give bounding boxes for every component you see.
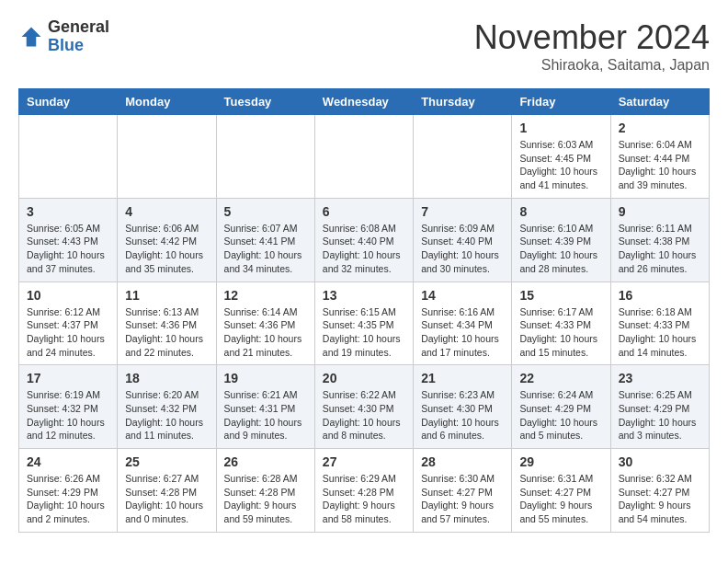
- day-number: 2: [619, 121, 701, 135]
- calendar: SundayMondayTuesdayWednesdayThursdayFrid…: [18, 88, 710, 533]
- day-info: Sunrise: 6:31 AM Sunset: 4:27 PM Dayligh…: [519, 472, 602, 526]
- calendar-cell: [19, 115, 118, 199]
- calendar-cell: 15Sunrise: 6:17 AM Sunset: 4:33 PM Dayli…: [512, 282, 610, 365]
- calendar-cell: 20Sunrise: 6:22 AM Sunset: 4:30 PM Dayli…: [314, 365, 413, 449]
- day-number: 23: [619, 371, 701, 385]
- day-number: 15: [519, 288, 602, 303]
- day-number: 22: [519, 371, 602, 385]
- col-header-sunday: Sunday: [19, 89, 118, 115]
- day-number: 17: [27, 371, 109, 385]
- calendar-cell: 19Sunrise: 6:21 AM Sunset: 4:31 PM Dayli…: [216, 365, 314, 449]
- day-number: 21: [421, 371, 504, 385]
- calendar-cell: 9Sunrise: 6:11 AM Sunset: 4:38 PM Daylig…: [610, 198, 709, 282]
- location: Shiraoka, Saitama, Japan: [474, 57, 710, 74]
- calendar-cell: 21Sunrise: 6:23 AM Sunset: 4:30 PM Dayli…: [414, 365, 512, 449]
- day-number: 14: [421, 288, 504, 303]
- calendar-cell: 12Sunrise: 6:14 AM Sunset: 4:36 PM Dayli…: [216, 282, 314, 365]
- calendar-cell: 17Sunrise: 6:19 AM Sunset: 4:32 PM Dayli…: [19, 365, 118, 449]
- day-number: 11: [125, 288, 208, 303]
- calendar-cell: 29Sunrise: 6:31 AM Sunset: 4:27 PM Dayli…: [512, 449, 610, 533]
- col-header-saturday: Saturday: [610, 89, 709, 115]
- calendar-cell: 2Sunrise: 6:04 AM Sunset: 4:44 PM Daylig…: [610, 115, 709, 199]
- logo-icon: [18, 24, 44, 50]
- day-info: Sunrise: 6:29 AM Sunset: 4:28 PM Dayligh…: [323, 472, 405, 526]
- calendar-cell: 3Sunrise: 6:05 AM Sunset: 4:43 PM Daylig…: [19, 198, 118, 282]
- day-number: 10: [27, 288, 109, 303]
- month-title: November 2024: [474, 18, 710, 57]
- day-info: Sunrise: 6:05 AM Sunset: 4:43 PM Dayligh…: [27, 222, 109, 276]
- day-number: 1: [519, 121, 602, 135]
- calendar-cell: 14Sunrise: 6:16 AM Sunset: 4:34 PM Dayli…: [414, 282, 512, 365]
- day-info: Sunrise: 6:18 AM Sunset: 4:33 PM Dayligh…: [619, 305, 701, 360]
- day-number: 18: [125, 371, 208, 385]
- calendar-cell: 13Sunrise: 6:15 AM Sunset: 4:35 PM Dayli…: [314, 282, 413, 365]
- day-info: Sunrise: 6:25 AM Sunset: 4:29 PM Dayligh…: [619, 388, 701, 442]
- col-header-wednesday: Wednesday: [314, 89, 413, 115]
- calendar-cell: 24Sunrise: 6:26 AM Sunset: 4:29 PM Dayli…: [19, 449, 118, 533]
- day-info: Sunrise: 6:13 AM Sunset: 4:36 PM Dayligh…: [125, 305, 208, 360]
- day-info: Sunrise: 6:06 AM Sunset: 4:42 PM Dayligh…: [125, 222, 208, 276]
- day-info: Sunrise: 6:11 AM Sunset: 4:38 PM Dayligh…: [619, 222, 701, 276]
- day-info: Sunrise: 6:16 AM Sunset: 4:34 PM Dayligh…: [421, 305, 504, 360]
- logo-text: General Blue: [48, 18, 109, 55]
- day-info: Sunrise: 6:08 AM Sunset: 4:40 PM Dayligh…: [323, 222, 405, 276]
- calendar-cell: 4Sunrise: 6:06 AM Sunset: 4:42 PM Daylig…: [118, 198, 216, 282]
- day-number: 19: [224, 371, 307, 385]
- day-info: Sunrise: 6:27 AM Sunset: 4:28 PM Dayligh…: [125, 472, 208, 526]
- calendar-cell: 1Sunrise: 6:03 AM Sunset: 4:45 PM Daylig…: [512, 115, 610, 199]
- day-number: 5: [224, 204, 307, 219]
- col-header-monday: Monday: [118, 89, 216, 115]
- day-number: 12: [224, 288, 307, 303]
- day-info: Sunrise: 6:26 AM Sunset: 4:29 PM Dayligh…: [27, 472, 109, 526]
- calendar-cell: 23Sunrise: 6:25 AM Sunset: 4:29 PM Dayli…: [610, 365, 709, 449]
- day-info: Sunrise: 6:21 AM Sunset: 4:31 PM Dayligh…: [224, 388, 307, 442]
- day-number: 28: [421, 454, 504, 469]
- day-number: 26: [224, 454, 307, 469]
- col-header-thursday: Thursday: [414, 89, 512, 115]
- calendar-cell: 7Sunrise: 6:09 AM Sunset: 4:40 PM Daylig…: [414, 198, 512, 282]
- day-info: Sunrise: 6:22 AM Sunset: 4:30 PM Dayligh…: [323, 388, 405, 442]
- calendar-cell: 18Sunrise: 6:20 AM Sunset: 4:32 PM Dayli…: [118, 365, 216, 449]
- calendar-cell: 26Sunrise: 6:28 AM Sunset: 4:28 PM Dayli…: [216, 449, 314, 533]
- day-number: 7: [421, 204, 504, 219]
- calendar-cell: 11Sunrise: 6:13 AM Sunset: 4:36 PM Dayli…: [118, 282, 216, 365]
- day-number: 8: [519, 204, 602, 219]
- day-info: Sunrise: 6:23 AM Sunset: 4:30 PM Dayligh…: [421, 388, 504, 442]
- day-info: Sunrise: 6:30 AM Sunset: 4:27 PM Dayligh…: [421, 472, 504, 526]
- calendar-cell: 6Sunrise: 6:08 AM Sunset: 4:40 PM Daylig…: [314, 198, 413, 282]
- day-number: 3: [27, 204, 109, 219]
- calendar-cell: [314, 115, 413, 199]
- day-info: Sunrise: 6:12 AM Sunset: 4:37 PM Dayligh…: [27, 305, 109, 360]
- calendar-cell: 27Sunrise: 6:29 AM Sunset: 4:28 PM Dayli…: [314, 449, 413, 533]
- svg-marker-0: [22, 27, 41, 46]
- calendar-cell: [414, 115, 512, 199]
- day-info: Sunrise: 6:07 AM Sunset: 4:41 PM Dayligh…: [224, 222, 307, 276]
- calendar-cell: 16Sunrise: 6:18 AM Sunset: 4:33 PM Dayli…: [610, 282, 709, 365]
- day-number: 4: [125, 204, 208, 219]
- day-number: 24: [27, 454, 109, 469]
- day-number: 16: [619, 288, 701, 303]
- calendar-cell: 8Sunrise: 6:10 AM Sunset: 4:39 PM Daylig…: [512, 198, 610, 282]
- calendar-cell: [216, 115, 314, 199]
- day-info: Sunrise: 6:09 AM Sunset: 4:40 PM Dayligh…: [421, 222, 504, 276]
- day-info: Sunrise: 6:15 AM Sunset: 4:35 PM Dayligh…: [323, 305, 405, 360]
- day-info: Sunrise: 6:14 AM Sunset: 4:36 PM Dayligh…: [224, 305, 307, 360]
- calendar-cell: 5Sunrise: 6:07 AM Sunset: 4:41 PM Daylig…: [216, 198, 314, 282]
- day-info: Sunrise: 6:24 AM Sunset: 4:29 PM Dayligh…: [519, 388, 602, 442]
- day-number: 25: [125, 454, 208, 469]
- calendar-cell: 22Sunrise: 6:24 AM Sunset: 4:29 PM Dayli…: [512, 365, 610, 449]
- day-info: Sunrise: 6:19 AM Sunset: 4:32 PM Dayligh…: [27, 388, 109, 442]
- day-number: 13: [323, 288, 405, 303]
- calendar-cell: 30Sunrise: 6:32 AM Sunset: 4:27 PM Dayli…: [610, 449, 709, 533]
- calendar-cell: 28Sunrise: 6:30 AM Sunset: 4:27 PM Dayli…: [414, 449, 512, 533]
- day-info: Sunrise: 6:03 AM Sunset: 4:45 PM Dayligh…: [519, 138, 602, 192]
- calendar-cell: 25Sunrise: 6:27 AM Sunset: 4:28 PM Dayli…: [118, 449, 216, 533]
- calendar-cell: 10Sunrise: 6:12 AM Sunset: 4:37 PM Dayli…: [19, 282, 118, 365]
- calendar-cell: [118, 115, 216, 199]
- col-header-tuesday: Tuesday: [216, 89, 314, 115]
- page-header: General Blue November 2024 Shiraoka, Sai…: [18, 18, 710, 74]
- day-number: 9: [619, 204, 701, 219]
- day-info: Sunrise: 6:28 AM Sunset: 4:28 PM Dayligh…: [224, 472, 307, 526]
- day-info: Sunrise: 6:20 AM Sunset: 4:32 PM Dayligh…: [125, 388, 208, 442]
- day-info: Sunrise: 6:17 AM Sunset: 4:33 PM Dayligh…: [519, 305, 602, 360]
